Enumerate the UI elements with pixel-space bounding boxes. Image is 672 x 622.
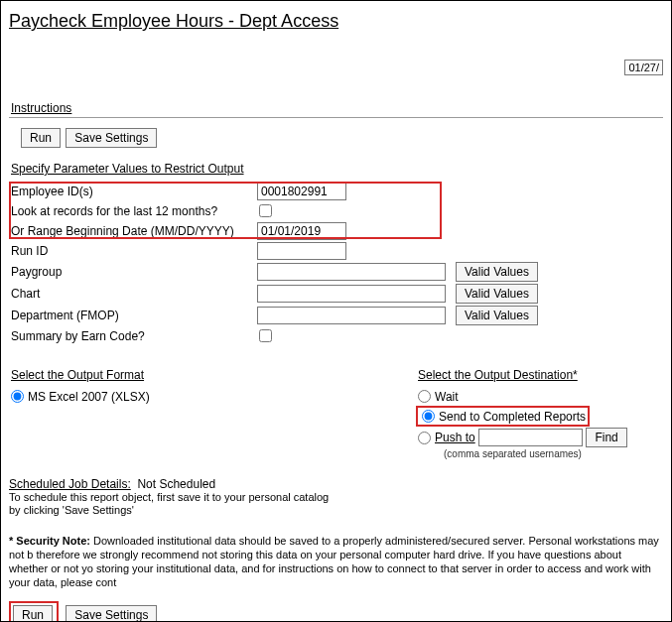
chart-valid-values-button[interactable]: Valid Values [456,284,538,304]
highlight-run-bottom: Run [9,601,59,622]
summary-ec-checkbox[interactable] [259,329,272,342]
run-button-top[interactable]: Run [21,128,61,148]
scheduled-header: Scheduled Job Details: [9,477,131,491]
dest-hint: (comma separated usernames) [444,448,663,459]
save-settings-button-bottom[interactable]: Save Settings [66,605,157,622]
output-format-xlsx-radio[interactable] [11,390,24,403]
scheduled-status: Not Scheduled [137,477,215,491]
output-format-xlsx-label: MS Excel 2007 (XLSX) [28,390,150,404]
dest-wait-label: Wait [435,390,459,404]
dest-push-to-label: Push to [435,431,475,444]
dest-send-completed-label: Send to Completed Reports [439,410,586,424]
employee-id-label: Employee ID(s) [9,182,255,201]
dest-push-to-radio[interactable] [418,432,431,444]
range-begin-label: Or Range Beginning Date (MM/DD/YYYY) [9,221,255,241]
dest-push-to-input[interactable] [478,429,583,446]
summary-ec-label: Summary by Earn Code? [9,326,255,346]
find-button[interactable]: Find [586,428,626,447]
range-begin-input[interactable] [257,222,346,240]
page-title: Paycheck Employee Hours - Dept Access [9,11,663,32]
paygroup-input[interactable] [257,263,446,281]
paygroup-valid-values-button[interactable]: Valid Values [456,262,538,282]
paygroup-label: Paygroup [9,261,255,283]
dest-wait-radio[interactable] [418,390,431,403]
run-id-label: Run ID [9,241,255,261]
chart-label: Chart [9,283,255,305]
scheduled-note-2: by clicking 'Save Settings' [9,504,663,517]
params-header: Specify Parameter Values to Restrict Out… [11,162,663,176]
department-input[interactable] [257,307,446,324]
run-button-bottom[interactable]: Run [13,605,53,622]
security-note-text: Downloaded institutional data should be … [9,535,659,587]
security-note-bold: * Security Note: [9,535,90,547]
department-valid-values-button[interactable]: Valid Values [456,306,538,325]
chart-input[interactable] [257,285,446,303]
department-label: Department (FMOP) [9,305,255,326]
last12-label: Look at records for the last 12 months? [9,201,255,221]
date-display: 01/27/ [624,60,663,75]
dest-send-completed-radio[interactable] [422,410,435,423]
last12-checkbox[interactable] [259,204,272,217]
run-id-input[interactable] [257,242,346,260]
highlight-send-completed: Send to Completed Reports [416,406,590,427]
employee-id-input[interactable] [257,183,346,200]
output-format-header: Select the Output Format [11,368,406,382]
save-settings-button-top[interactable]: Save Settings [66,128,157,148]
destination-header: Select the Output Destination* [418,368,663,382]
instructions-link[interactable]: Instructions [11,101,663,115]
scheduled-note-1: To schedule this report object, first sa… [9,491,663,504]
divider [9,117,663,118]
